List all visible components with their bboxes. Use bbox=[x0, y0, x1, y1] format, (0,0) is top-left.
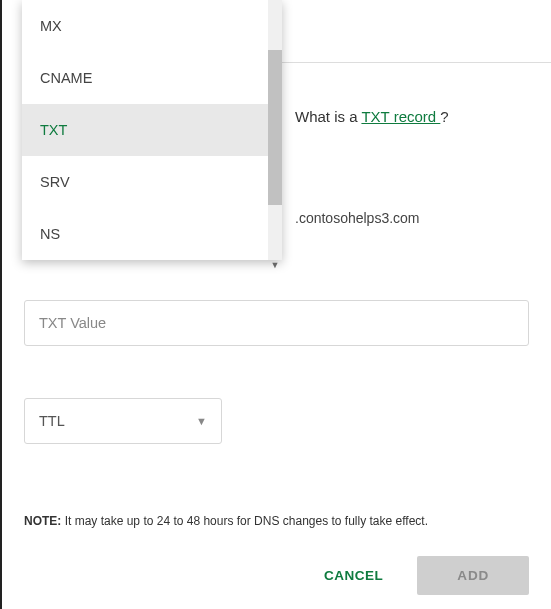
record-type-info: What is a TXT record ? bbox=[295, 108, 449, 125]
chevron-down-icon: ▼ bbox=[196, 415, 207, 427]
scroll-down-icon[interactable]: ▼ bbox=[268, 258, 282, 272]
txt-record-link[interactable]: TXT record bbox=[361, 108, 440, 125]
dropdown-scrollbar-thumb[interactable] bbox=[268, 50, 282, 205]
dropdown-item-ns[interactable]: NS bbox=[22, 208, 282, 260]
cancel-button[interactable]: CANCEL bbox=[316, 558, 391, 593]
dropdown-item-mx[interactable]: MX bbox=[22, 0, 282, 52]
dropdown-item-srv[interactable]: SRV bbox=[22, 156, 282, 208]
divider bbox=[282, 62, 551, 63]
button-row: CANCEL ADD bbox=[24, 556, 529, 595]
record-type-dropdown[interactable]: MX CNAME TXT SRV NS ▼ bbox=[22, 0, 282, 260]
dropdown-item-txt[interactable]: TXT bbox=[22, 104, 282, 156]
ttl-select[interactable]: TTL ▼ bbox=[24, 398, 222, 444]
dropdown-item-cname[interactable]: CNAME bbox=[22, 52, 282, 104]
domain-suffix: .contosohelps3.com bbox=[295, 210, 420, 226]
info-suffix: ? bbox=[440, 108, 448, 125]
note-body: It may take up to 24 to 48 hours for DNS… bbox=[61, 514, 428, 528]
ttl-label: TTL bbox=[39, 413, 65, 429]
note-text: NOTE: It may take up to 24 to 48 hours f… bbox=[24, 514, 529, 528]
note-label: NOTE: bbox=[24, 514, 61, 528]
txt-value-input[interactable] bbox=[24, 300, 529, 346]
add-button[interactable]: ADD bbox=[417, 556, 529, 595]
info-prefix: What is a bbox=[295, 108, 361, 125]
